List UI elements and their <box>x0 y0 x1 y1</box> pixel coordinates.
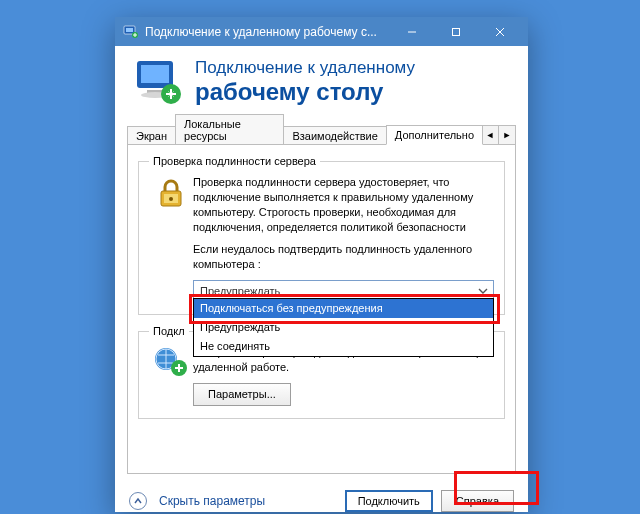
group-server-auth: Проверка подлинности сервера Проверка по… <box>138 155 505 315</box>
dialog-header: Подключение к удаленному рабочему столу <box>115 46 528 122</box>
close-button[interactable] <box>478 17 522 46</box>
dialog-footer: Скрыть параметры Подключить Справка <box>115 482 528 512</box>
tab-advanced[interactable]: Дополнительно <box>386 125 483 145</box>
minimize-button[interactable] <box>390 17 434 46</box>
auth-combo-wrap: Предупреждать Подключаться без предупреж… <box>193 280 494 302</box>
tab-scroll: ◄ ► <box>482 124 516 144</box>
svg-rect-1 <box>126 28 133 32</box>
gateway-settings-button[interactable]: Параметры... <box>193 383 291 406</box>
chevron-up-icon[interactable] <box>129 492 147 510</box>
auth-option-warn[interactable]: Предупреждать <box>194 318 493 337</box>
collapse-options-link[interactable]: Скрыть параметры <box>159 494 265 508</box>
window-title: Подключение к удаленному рабочему с... <box>145 25 390 39</box>
rdp-window: Подключение к удаленному рабочему с... <box>115 17 528 512</box>
auth-mode-value: Предупреждать <box>200 284 280 299</box>
tab-local-resources[interactable]: Локальные ресурсы <box>175 114 284 145</box>
maximize-button[interactable] <box>434 17 478 46</box>
tab-display[interactable]: Экран <box>127 126 176 145</box>
svg-rect-3 <box>453 28 460 35</box>
group-gateway-legend: Подкл <box>149 325 189 337</box>
rdp-logo-icon <box>133 56 185 108</box>
group-server-auth-legend: Проверка подлинности сервера <box>149 155 320 167</box>
connect-button[interactable]: Подключить <box>345 490 433 512</box>
globe-icon <box>149 345 193 406</box>
app-icon <box>123 24 139 40</box>
auth-option-dont-connect[interactable]: Не соединять <box>194 337 493 356</box>
tab-scroll-left[interactable]: ◄ <box>481 125 499 145</box>
group-server-auth-text: Проверка подлинности сервера удостоверяе… <box>193 175 494 302</box>
dialog-title-line2: рабочему столу <box>195 78 415 106</box>
lock-icon <box>149 175 193 302</box>
tab-scroll-right[interactable]: ► <box>498 125 516 145</box>
auth-prompt: Если неудалось подтвердить подлинность у… <box>193 242 494 272</box>
dialog-title-line1: Подключение к удаленному <box>195 58 415 78</box>
svg-point-11 <box>169 197 173 201</box>
tab-experience[interactable]: Взаимодействие <box>283 126 386 145</box>
svg-rect-5 <box>141 65 169 83</box>
tabpanel-advanced: Проверка подлинности сервера Проверка по… <box>127 144 516 474</box>
auth-mode-dropdown: Подключаться без предупреждения Предупре… <box>193 298 494 357</box>
auth-description: Проверка подлинности сервера удостоверяе… <box>193 175 494 234</box>
help-button[interactable]: Справка <box>441 490 514 512</box>
dialog-title-block: Подключение к удаленному рабочему столу <box>195 58 415 105</box>
titlebar: Подключение к удаленному рабочему с... <box>115 17 528 46</box>
titlebar-controls <box>390 17 522 46</box>
tabs-row: Экран Локальные ресурсы Взаимодействие Д… <box>127 122 516 144</box>
auth-option-connect-no-warn[interactable]: Подключаться без предупреждения <box>194 299 493 318</box>
